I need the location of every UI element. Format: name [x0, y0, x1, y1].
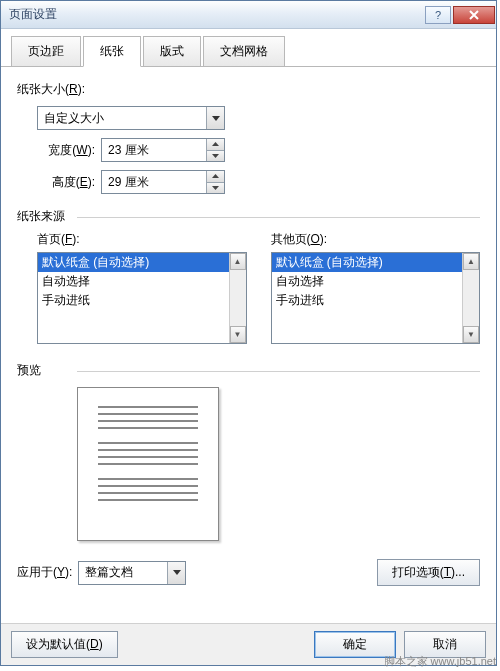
paper-size-label: 纸张大小(R): — [17, 81, 480, 98]
paper-size-drop-button[interactable] — [206, 107, 224, 129]
page-setup-dialog: 页面设置 ? 页边距 纸张 版式 文档网格 纸张大小(R): 自定义大小 宽度(… — [0, 0, 497, 666]
apply-to-drop-button[interactable] — [167, 562, 185, 584]
spin-up-icon[interactable] — [207, 171, 224, 183]
scroll-up-icon[interactable]: ▲ — [230, 253, 246, 270]
tab-layout[interactable]: 版式 — [143, 36, 201, 67]
first-page-label: 首页(F): — [37, 231, 247, 248]
paper-source-title: 纸张来源 — [17, 208, 480, 225]
height-value: 29 厘米 — [102, 174, 206, 191]
tab-margins[interactable]: 页边距 — [11, 36, 81, 67]
list-item[interactable]: 默认纸盒 (自动选择) — [272, 253, 463, 272]
close-icon — [469, 10, 479, 20]
other-pages-items[interactable]: 默认纸盒 (自动选择) 自动选择 手动进纸 — [272, 253, 463, 343]
list-item[interactable]: 手动进纸 — [272, 291, 463, 310]
preview-title: 预览 — [17, 362, 480, 379]
height-label: 高度(E): — [37, 174, 101, 191]
first-page-listbox[interactable]: 默认纸盒 (自动选择) 自动选择 手动进纸 ▲ ▼ — [37, 252, 247, 344]
width-spin-buttons[interactable] — [206, 139, 224, 161]
scroll-down-icon[interactable]: ▼ — [463, 326, 479, 343]
scrollbar[interactable]: ▲ ▼ — [229, 253, 246, 343]
list-item[interactable]: 手动进纸 — [38, 291, 229, 310]
dialog-body: 纸张大小(R): 自定义大小 宽度(W): 23 厘米 — [1, 67, 496, 661]
list-item[interactable]: 自动选择 — [38, 272, 229, 291]
height-spinner[interactable]: 29 厘米 — [101, 170, 225, 194]
list-item[interactable]: 默认纸盒 (自动选择) — [38, 253, 229, 272]
paper-size-value: 自定义大小 — [38, 110, 206, 127]
chevron-down-icon — [212, 116, 220, 121]
scrollbar[interactable]: ▲ ▼ — [462, 253, 479, 343]
apply-to-value: 整篇文档 — [79, 564, 167, 581]
width-value: 23 厘米 — [102, 142, 206, 159]
tab-document-grid[interactable]: 文档网格 — [203, 36, 285, 67]
apply-to-label: 应用于(Y): — [17, 564, 72, 581]
help-button[interactable]: ? — [425, 6, 451, 24]
spin-up-icon[interactable] — [207, 139, 224, 151]
print-options-button[interactable]: 打印选项(T)... — [377, 559, 480, 586]
chevron-down-icon — [173, 570, 181, 575]
set-defaults-button[interactable]: 设为默认值(D) — [11, 631, 118, 658]
spin-down-icon[interactable] — [207, 183, 224, 194]
title-bar[interactable]: 页面设置 ? — [1, 1, 496, 29]
first-page-items[interactable]: 默认纸盒 (自动选择) 自动选择 手动进纸 — [38, 253, 229, 343]
tab-paper[interactable]: 纸张 — [83, 36, 141, 67]
watermark-text: 脚本之家 www.jb51.net — [384, 654, 496, 669]
close-button[interactable] — [453, 6, 495, 24]
width-spinner[interactable]: 23 厘米 — [101, 138, 225, 162]
paper-size-select[interactable]: 自定义大小 — [37, 106, 225, 130]
other-pages-label: 其他页(O): — [271, 231, 481, 248]
scroll-up-icon[interactable]: ▲ — [463, 253, 479, 270]
other-pages-listbox[interactable]: 默认纸盒 (自动选择) 自动选择 手动进纸 ▲ ▼ — [271, 252, 481, 344]
height-spin-buttons[interactable] — [206, 171, 224, 193]
scroll-track[interactable] — [463, 270, 479, 326]
window-title: 页面设置 — [9, 6, 425, 23]
spin-down-icon[interactable] — [207, 151, 224, 162]
preview-page — [77, 387, 219, 541]
scroll-down-icon[interactable]: ▼ — [230, 326, 246, 343]
apply-to-select[interactable]: 整篇文档 — [78, 561, 186, 585]
tab-strip: 页边距 纸张 版式 文档网格 — [1, 29, 496, 67]
list-item[interactable]: 自动选择 — [272, 272, 463, 291]
width-label: 宽度(W): — [37, 142, 101, 159]
scroll-track[interactable] — [230, 270, 246, 326]
